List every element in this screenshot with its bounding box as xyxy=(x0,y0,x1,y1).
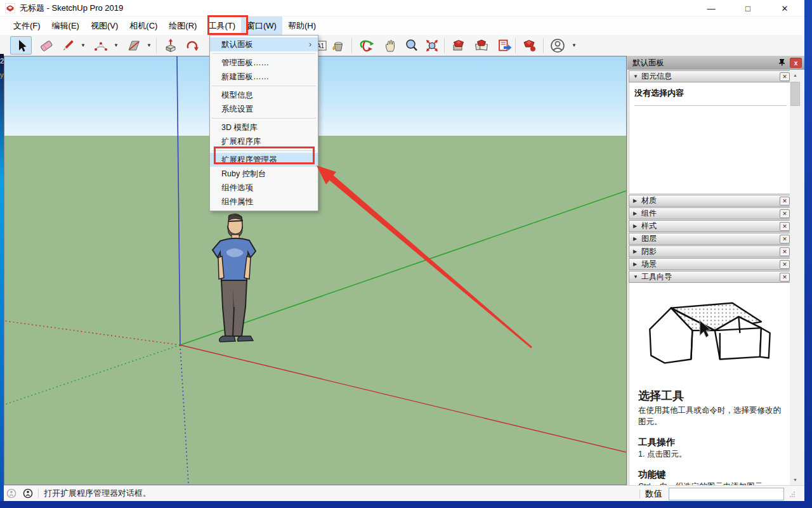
geolocation-status-icon[interactable] xyxy=(6,488,16,498)
section-close-icon[interactable]: ✕ xyxy=(780,209,790,218)
section-header-materials[interactable]: ▶ 材质 ✕ xyxy=(629,195,792,207)
menu-item-preferences[interactable]: 系统设置 xyxy=(210,102,318,116)
chevron-collapsed-icon: ▶ xyxy=(633,198,641,204)
submenu-arrow-icon: › xyxy=(309,40,311,49)
menu-item-new-tray[interactable]: 新建面板…… xyxy=(210,70,318,84)
measurements-label: 数值 xyxy=(645,488,662,500)
tray-scrollbar[interactable]: ▲ ▼ xyxy=(790,70,801,485)
section-header-styles[interactable]: ▶ 样式 ✕ xyxy=(629,220,792,232)
credits-status-icon[interactable] xyxy=(23,488,33,498)
sign-in-avatar-button[interactable] xyxy=(547,36,568,55)
section-close-icon[interactable]: ✕ xyxy=(780,197,790,205)
scrollbar-thumb[interactable] xyxy=(790,82,800,106)
section-close-icon[interactable]: ✕ xyxy=(780,273,790,282)
window-menu-dropdown: 默认面板 › 管理面板…… 新建面板…… 模型信息 系统设置 3D 模型库 扩展… xyxy=(209,35,318,211)
scale-figure[interactable] xyxy=(201,212,265,348)
chevron-collapsed-icon: ▶ xyxy=(633,261,641,267)
chevron-collapsed-icon: ▶ xyxy=(633,249,641,254)
extension-warehouse-icon xyxy=(474,38,489,53)
tray-close-button[interactable]: x xyxy=(790,58,802,68)
3d-warehouse-icon xyxy=(451,38,466,53)
menu-separator xyxy=(212,150,316,151)
menu-item-component-attributes[interactable]: 组件属性 xyxy=(210,195,318,209)
shape-tool-button[interactable] xyxy=(123,36,145,55)
tray-body: ▼ 图元信息 ✕ 没有选择内容 ▶ 材质 ✕ ▶ xyxy=(629,70,792,485)
section-header-components[interactable]: ▶ 组件 ✕ xyxy=(629,207,792,219)
menu-view[interactable]: 视图(V) xyxy=(85,16,124,35)
section-close-icon[interactable]: ✕ xyxy=(780,222,790,231)
arc-tool-dropdown[interactable]: ▼ xyxy=(112,36,121,55)
menu-edit[interactable]: 编辑(E) xyxy=(46,16,85,35)
menu-item-manage-trays[interactable]: 管理面板…… xyxy=(210,56,318,70)
menu-item-model-info[interactable]: 模型信息 xyxy=(210,88,318,102)
extension-manager-icon xyxy=(522,38,537,53)
main-area: 默认面板 x ▼ 图元信息 ✕ 没有选择内容 xyxy=(0,56,804,485)
section-header-instructor[interactable]: ▼ 工具向导 ✕ xyxy=(629,271,792,283)
section-header-shadows[interactable]: ▶ 阴影 ✕ xyxy=(629,245,792,257)
pin-icon[interactable] xyxy=(776,58,787,68)
3d-warehouse-button[interactable] xyxy=(448,36,469,55)
menu-item-label: 默认面板 xyxy=(221,39,253,50)
measurements-input[interactable] xyxy=(669,488,784,500)
instructor-house-image xyxy=(638,289,783,383)
desktop: 无标题 - SketchUp Pro 2019 — □ ✕ 文件(F) 编辑(E… xyxy=(0,0,812,508)
section-close-icon[interactable]: ✕ xyxy=(780,247,790,256)
pan-tool-button[interactable] xyxy=(379,36,401,55)
scroll-up-icon[interactable]: ▲ xyxy=(790,70,801,81)
menu-tools[interactable]: 工具(T) xyxy=(202,16,241,35)
avatar-dropdown[interactable]: ▼ xyxy=(570,36,579,55)
extension-manager-button[interactable] xyxy=(519,36,540,55)
menu-item-extension-warehouse[interactable]: 扩展程序库 xyxy=(210,134,318,148)
zoom-tool-button[interactable] xyxy=(401,36,422,55)
menu-item-ruby-console[interactable]: Ruby 控制台 xyxy=(210,167,318,181)
zoom-extents-tool-button[interactable] xyxy=(421,36,443,55)
entity-info-empty-text: 没有选择内容 xyxy=(634,88,787,99)
toolbar: ▼ ▼ ▼ xyxy=(0,35,804,56)
share-model-button[interactable] xyxy=(494,36,515,55)
close-button[interactable]: ✕ xyxy=(770,0,799,16)
entity-info-panel: 没有选择内容 xyxy=(629,82,792,194)
edge-glyph-lower: y xyxy=(0,72,4,79)
section-close-icon[interactable]: ✕ xyxy=(780,235,790,244)
menu-camera[interactable]: 相机(C) xyxy=(124,16,163,35)
section-close-icon[interactable]: ✕ xyxy=(780,72,790,81)
menu-separator xyxy=(212,53,316,54)
menubar: 文件(F) 编辑(E) 视图(V) 相机(C) 绘图(R) 工具(T) 窗口(W… xyxy=(0,16,804,35)
eraser-tool-button[interactable] xyxy=(36,36,57,55)
menu-item-3d-warehouse[interactable]: 3D 模型库 xyxy=(210,120,318,134)
menu-help[interactable]: 帮助(H) xyxy=(282,16,322,35)
arc-tool-button[interactable] xyxy=(90,36,112,55)
push-pull-tool-button[interactable] xyxy=(160,36,181,55)
menu-item-component-options[interactable]: 组件选项 xyxy=(210,181,318,195)
menu-draw[interactable]: 绘图(R) xyxy=(163,16,202,35)
avatar-icon xyxy=(549,37,566,54)
line-tool-button[interactable] xyxy=(57,36,79,55)
menu-file[interactable]: 文件(F) xyxy=(8,16,46,35)
chevron-expanded-icon: ▼ xyxy=(633,74,641,79)
line-tool-dropdown[interactable]: ▼ xyxy=(79,36,88,55)
resize-grip[interactable] xyxy=(789,491,796,497)
rectangle-icon xyxy=(126,38,141,53)
section-header-entity-info[interactable]: ▼ 图元信息 ✕ xyxy=(629,70,792,82)
statusbar-divider xyxy=(38,489,39,498)
section-close-icon[interactable]: ✕ xyxy=(780,260,790,269)
minimize-button[interactable]: — xyxy=(697,0,726,16)
chevron-expanded-icon: ▼ xyxy=(633,274,641,280)
section-header-layers[interactable]: ▶ 图层 ✕ xyxy=(629,233,792,245)
orbit-tool-button[interactable] xyxy=(357,36,378,55)
shape-tool-dropdown[interactable]: ▼ xyxy=(145,36,154,55)
pan-hand-icon xyxy=(383,38,398,53)
tray-titlebar: 默认面板 x xyxy=(627,56,804,70)
menu-window[interactable]: 窗口(W) xyxy=(241,16,282,35)
chevron-collapsed-icon: ▶ xyxy=(633,223,641,229)
maximize-button[interactable]: □ xyxy=(733,0,763,16)
select-tool-button[interactable] xyxy=(10,36,32,55)
extension-warehouse-button[interactable] xyxy=(471,36,492,55)
section-header-scenes[interactable]: ▶ 场景 ✕ xyxy=(629,258,792,270)
paint-bucket-tool-button[interactable] xyxy=(327,36,349,55)
scroll-down-icon[interactable]: ▼ xyxy=(790,474,801,485)
menu-item-extension-manager[interactable]: 扩展程序管理器 xyxy=(210,153,318,167)
instructor-description: 在使用其他工具或命令时，选择要修改的图元。 xyxy=(638,405,783,427)
menu-item-default-tray[interactable]: 默认面板 › xyxy=(210,37,318,51)
follow-me-tool-button[interactable] xyxy=(181,36,203,55)
